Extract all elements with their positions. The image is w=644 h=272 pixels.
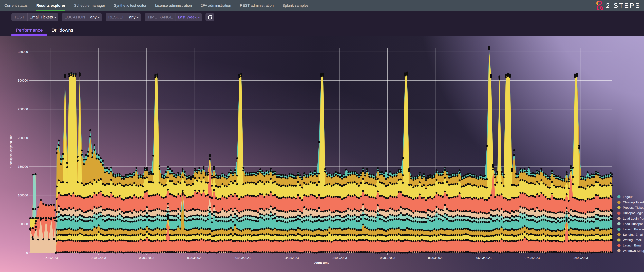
svg-text:02/03/2023: 02/03/2023 [91,256,106,260]
svg-text:Launch Browser: Launch Browser [623,228,644,231]
svg-text:05/03/2023: 05/03/2023 [380,256,395,260]
svg-text:100000: 100000 [18,194,28,197]
svg-text:Logout: Logout [623,195,633,199]
svg-text:300000: 300000 [18,79,28,82]
svg-text:03/03/2023: 03/03/2023 [187,256,202,260]
svg-text:Process Tickets: Process Tickets [623,206,644,209]
svg-text:200000: 200000 [18,136,28,140]
svg-text:Cleanup Tickets: Cleanup Tickets [623,200,644,204]
svg-text:event time: event time [314,261,330,265]
svg-text:01/03/2023: 01/03/2023 [43,256,58,260]
svg-text:07/03/2023: 07/03/2023 [524,256,540,260]
svg-text:Load Hubspot: Load Hubspot [623,222,643,226]
svg-text:Launch Email: Launch Email [623,244,642,247]
svg-text:0: 0 [26,251,28,255]
svg-text:150000: 150000 [18,165,28,168]
svg-text:350000: 350000 [18,50,28,54]
svg-text:Windows Setup: Windows Setup [623,249,644,253]
svg-text:08/03/2023: 08/03/2023 [573,256,588,260]
svg-text:Sending Email: Sending Email [623,233,644,236]
svg-text:Writing Email: Writing Email [623,238,642,242]
svg-text:50000: 50000 [20,223,28,226]
svg-text:Checkpoint elapsed time: Checkpoint elapsed time [9,135,12,167]
svg-text:Load Login Page: Load Login Page [623,217,644,220]
svg-text:02/03/2023: 02/03/2023 [139,256,154,260]
svg-text:250000: 250000 [18,108,28,111]
svg-text:Hubspot Login: Hubspot Login [623,211,644,215]
svg-text:04/03/2023: 04/03/2023 [284,256,299,260]
svg-text:05/03/2023: 05/03/2023 [332,256,347,260]
svg-text:06/03/2023: 06/03/2023 [428,256,443,260]
svg-text:06/03/2023: 06/03/2023 [476,256,492,260]
svg-text:04/03/2023: 04/03/2023 [236,256,250,260]
